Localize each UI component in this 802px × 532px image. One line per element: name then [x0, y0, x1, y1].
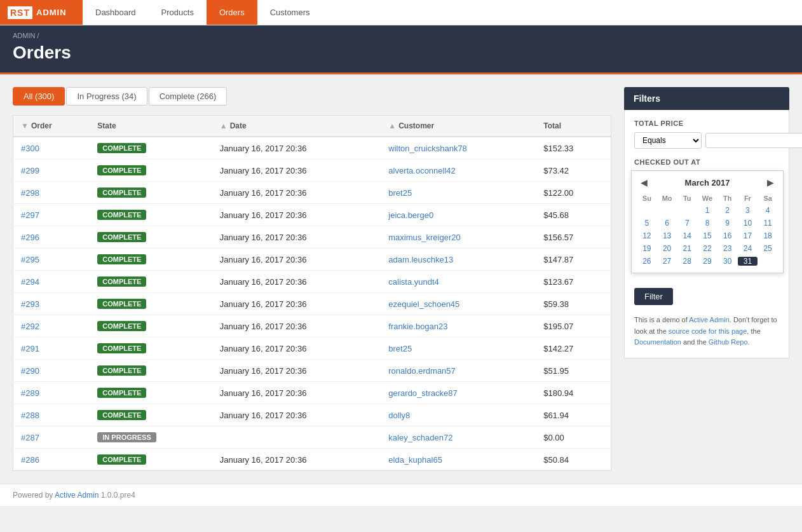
order-link[interactable]: #290 [21, 366, 39, 376]
order-link[interactable]: #292 [21, 322, 39, 331]
cal-day-link[interactable]: 8 [697, 219, 717, 228]
customer-link[interactable]: frankie.bogan23 [388, 322, 447, 331]
cal-day-link[interactable]: 26 [637, 257, 657, 266]
documentation-link[interactable]: Documentation [634, 338, 681, 346]
cal-day-cell[interactable]: 30 [717, 255, 738, 268]
customer-link[interactable]: jeica.berge0 [388, 210, 433, 220]
cal-day-link[interactable]: 5 [637, 219, 657, 228]
customer-link[interactable]: maximus_kreiger20 [388, 233, 460, 242]
equals-select[interactable]: Equals Greater than Less than [634, 132, 702, 149]
cal-day-link[interactable]: 7 [677, 219, 697, 228]
nav-orders[interactable]: Orders [207, 0, 257, 25]
cal-day-link[interactable]: 28 [677, 257, 697, 266]
customer-link[interactable]: dolly8 [388, 411, 410, 420]
cal-day-cell[interactable]: 29 [697, 255, 717, 268]
order-link[interactable]: #299 [21, 166, 39, 175]
cal-day-link[interactable]: 14 [677, 231, 697, 240]
cal-day-cell[interactable]: 1 [697, 204, 717, 217]
nav-products[interactable]: Products [149, 0, 207, 25]
cal-day-link[interactable]: 24 [738, 244, 758, 253]
order-link[interactable]: #300 [21, 144, 39, 153]
cal-day-cell[interactable]: 31 [738, 255, 758, 268]
cal-day-cell[interactable]: 14 [677, 229, 697, 242]
cal-day-cell[interactable]: 19 [637, 242, 657, 255]
col-order[interactable]: ▼Order [13, 116, 90, 137]
cal-day-link[interactable]: 30 [717, 257, 738, 266]
customer-link[interactable]: alverta.oconnell42 [388, 166, 456, 175]
customer-link[interactable]: ezequiel_schoen45 [388, 299, 459, 309]
cal-day-cell[interactable]: 11 [758, 217, 778, 229]
customer-link[interactable]: ronaldo.erdman57 [388, 366, 456, 376]
cal-day-cell[interactable]: 10 [738, 217, 758, 229]
cal-day-cell[interactable]: 22 [697, 242, 717, 255]
order-link[interactable]: #288 [21, 411, 39, 420]
customer-link[interactable]: kaley_schaden72 [388, 433, 452, 442]
customer-link[interactable]: gerardo_stracke87 [388, 388, 457, 398]
cal-day-link[interactable]: 13 [657, 231, 677, 240]
cal-day-cell[interactable]: 28 [677, 255, 697, 268]
cal-day-cell[interactable]: 17 [738, 229, 758, 242]
cal-prev-button[interactable]: ◀ [637, 176, 651, 189]
cal-day-cell[interactable]: 5 [637, 217, 657, 229]
cal-day-link[interactable]: 25 [758, 244, 778, 253]
cal-day-cell[interactable]: 4 [758, 204, 778, 217]
cal-day-link[interactable]: 22 [697, 244, 717, 253]
cal-day-cell[interactable]: 12 [637, 229, 657, 242]
footer-active-admin-link[interactable]: Active Admin [55, 491, 99, 500]
cal-day-link[interactable]: 23 [717, 244, 738, 253]
cal-day-link[interactable]: 29 [697, 257, 717, 266]
customer-link[interactable]: adam.leuschke13 [388, 255, 453, 264]
customer-link[interactable]: bret25 [388, 188, 412, 198]
active-admin-link[interactable]: Active Admin [689, 316, 730, 324]
cal-day-cell[interactable]: 16 [717, 229, 738, 242]
cal-day-cell[interactable]: 24 [738, 242, 758, 255]
cal-day-cell[interactable]: 9 [717, 217, 738, 229]
cal-day-link[interactable]: 12 [637, 231, 657, 240]
filter-button[interactable]: Filter [634, 288, 673, 305]
order-link[interactable]: #286 [21, 455, 39, 465]
cal-day-link[interactable]: 9 [717, 219, 738, 228]
cal-day-cell[interactable]: 18 [758, 229, 778, 242]
tab-complete[interactable]: Complete (266) [149, 87, 228, 106]
cal-day-link[interactable]: 11 [758, 219, 778, 228]
cal-day-link[interactable]: 19 [637, 244, 657, 253]
cal-day-cell[interactable]: 26 [637, 255, 657, 268]
cal-day-link[interactable]: 2 [717, 206, 738, 215]
cal-day-cell[interactable]: 3 [738, 204, 758, 217]
order-link[interactable]: #294 [21, 277, 39, 287]
order-link[interactable]: #297 [21, 210, 39, 220]
cal-day-cell[interactable]: 27 [657, 255, 677, 268]
cal-day-link[interactable]: 15 [697, 231, 717, 240]
order-link[interactable]: #289 [21, 388, 39, 398]
cal-day-link[interactable]: 18 [758, 231, 778, 240]
cal-day-link[interactable]: 16 [717, 231, 738, 240]
col-date[interactable]: ▲Date [212, 116, 381, 137]
order-link[interactable]: #293 [21, 299, 39, 309]
cal-day-cell[interactable]: 15 [697, 229, 717, 242]
nav-dashboard[interactable]: Dashboard [83, 0, 149, 25]
total-price-input[interactable] [705, 133, 802, 148]
cal-day-link[interactable]: 31 [738, 257, 758, 266]
cal-day-link[interactable]: 3 [738, 206, 758, 215]
cal-day-link[interactable]: 21 [677, 244, 697, 253]
cal-day-link[interactable]: 17 [738, 231, 758, 240]
source-code-link[interactable]: source code for this page [669, 327, 747, 335]
cal-day-link[interactable]: 10 [738, 219, 758, 228]
cal-day-cell[interactable]: 2 [717, 204, 738, 217]
nav-customers[interactable]: Customers [257, 0, 323, 25]
cal-day-cell[interactable]: 20 [657, 242, 677, 255]
order-link[interactable]: #287 [21, 433, 39, 442]
order-link[interactable]: #298 [21, 188, 39, 198]
order-link[interactable]: #291 [21, 344, 39, 353]
customer-link[interactable]: elda_kuphal65 [388, 455, 442, 465]
cal-day-cell[interactable]: 6 [657, 217, 677, 229]
cal-day-link[interactable]: 27 [657, 257, 677, 266]
cal-day-link[interactable]: 20 [657, 244, 677, 253]
cal-next-button[interactable]: ▶ [763, 176, 778, 189]
tab-in-progress[interactable]: In Progress (34) [66, 87, 147, 106]
col-customer[interactable]: ▲Customer [381, 116, 536, 137]
cal-day-link[interactable]: 4 [758, 206, 778, 215]
tab-all[interactable]: All (300) [13, 87, 65, 106]
customer-link[interactable]: wilton_cruickshank78 [388, 144, 467, 153]
cal-day-cell[interactable]: 23 [717, 242, 738, 255]
